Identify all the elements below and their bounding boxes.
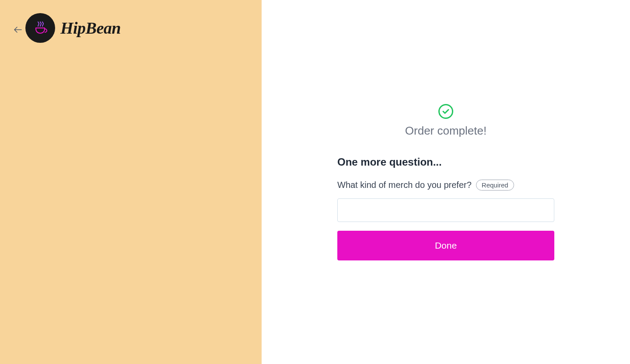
right-content-panel: Order complete! One more question... Wha… (262, 0, 630, 364)
checkmark-icon (442, 109, 449, 114)
arrow-left-icon (14, 27, 22, 33)
brand-logo: HipBean (25, 13, 121, 43)
brand-name: HipBean (60, 18, 121, 38)
required-badge: Required (476, 180, 514, 191)
back-button[interactable] (13, 24, 23, 35)
success-message: Order complete! (405, 124, 486, 138)
success-check-icon (438, 104, 453, 119)
done-button[interactable]: Done (337, 231, 554, 260)
question-label-row: What kind of merch do you prefer? Requir… (337, 180, 554, 191)
success-section: Order complete! (337, 104, 554, 138)
question-heading: One more question... (337, 156, 554, 168)
question-text: What kind of merch do you prefer? (337, 180, 472, 190)
coffee-cup-icon (32, 19, 49, 37)
logo-circle (25, 13, 55, 43)
merch-preference-input[interactable] (337, 198, 554, 222)
left-decorative-panel: HipBean (0, 0, 262, 364)
content-container: Order complete! One more question... Wha… (337, 104, 554, 260)
